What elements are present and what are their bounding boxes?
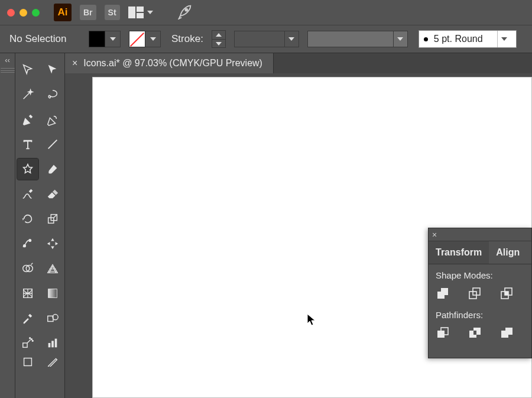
selection-status: No Selection bbox=[9, 33, 80, 45]
artboard-tool[interactable] bbox=[17, 357, 38, 367]
collapse-chevrons-icon: ‹‹ bbox=[5, 56, 10, 64]
brush-definition-dropdown[interactable] bbox=[307, 31, 408, 47]
chevron-down-icon bbox=[501, 37, 507, 41]
blend-tool[interactable] bbox=[42, 308, 63, 329]
svg-line-4 bbox=[48, 140, 57, 149]
svg-rect-22 bbox=[24, 358, 31, 366]
svg-point-17 bbox=[32, 340, 33, 341]
pathfinder-merge-button[interactable] bbox=[499, 326, 516, 340]
star-tool[interactable] bbox=[17, 158, 38, 180]
svg-rect-15 bbox=[22, 343, 27, 347]
pen-tool[interactable] bbox=[17, 109, 38, 130]
document-tab-bar: × Icons.ai* @ 97.03% (CMYK/GPU Preview) bbox=[65, 53, 532, 73]
symbol-sprayer-tool[interactable] bbox=[17, 332, 38, 354]
rotate-tool[interactable] bbox=[17, 208, 38, 229]
window-maximize-button[interactable] bbox=[32, 9, 40, 17]
paintbrush-tool[interactable] bbox=[42, 158, 63, 180]
fill-swatch[interactable] bbox=[89, 31, 105, 47]
stock-link[interactable]: St bbox=[105, 5, 120, 20]
app-bar: Ai Br St bbox=[0, 0, 532, 25]
pathfinders-row bbox=[436, 326, 524, 340]
brush-preset-dropdown[interactable]: 5 pt. Round bbox=[419, 30, 517, 48]
svg-rect-21 bbox=[54, 339, 57, 348]
svg-rect-20 bbox=[51, 341, 54, 347]
svg-point-7 bbox=[23, 245, 25, 247]
direct-selection-tool[interactable] bbox=[42, 59, 63, 80]
stroke-weight-up[interactable] bbox=[212, 31, 225, 39]
width-tool[interactable] bbox=[17, 233, 38, 254]
eyedropper-tool[interactable] bbox=[17, 308, 38, 329]
perspective-grid-tool[interactable] bbox=[42, 258, 63, 279]
gutter-grip-icon bbox=[1, 68, 15, 73]
svg-point-18 bbox=[29, 338, 30, 339]
svg-rect-0 bbox=[128, 7, 135, 18]
document-tab-title: Icons.ai* @ 97.03% (CMYK/GPU Preview) bbox=[83, 58, 262, 69]
bridge-link[interactable]: Br bbox=[80, 5, 96, 20]
svg-rect-2 bbox=[137, 13, 144, 18]
shape-unite-button[interactable] bbox=[436, 286, 452, 300]
close-tab-icon[interactable]: × bbox=[72, 58, 77, 69]
mouse-cursor-icon bbox=[306, 313, 317, 326]
svg-rect-12 bbox=[48, 289, 57, 298]
stroke-dropdown[interactable] bbox=[145, 31, 161, 47]
arrange-documents-button[interactable] bbox=[128, 7, 153, 18]
gradient-tool[interactable] bbox=[42, 283, 63, 304]
tool-palette bbox=[15, 53, 65, 398]
tab-align[interactable]: Align bbox=[489, 241, 527, 264]
chevron-down-icon bbox=[288, 37, 294, 41]
panel-body: Shape Modes: Pathfinders: bbox=[429, 264, 531, 358]
stroke-weight-down[interactable] bbox=[212, 39, 225, 47]
shape-intersect-button[interactable] bbox=[499, 286, 516, 300]
column-graph-tool[interactable] bbox=[42, 332, 63, 354]
eraser-tool[interactable] bbox=[42, 183, 63, 205]
document-tab[interactable]: × Icons.ai* @ 97.03% (CMYK/GPU Preview) bbox=[65, 53, 274, 73]
panel-close-icon[interactable]: × bbox=[432, 230, 437, 240]
pathfinder-panel[interactable]: × Transform Align Shape Modes: Pathfinde… bbox=[428, 228, 532, 358]
panel-tabs: Transform Align bbox=[429, 241, 531, 264]
mesh-tool[interactable] bbox=[17, 283, 38, 304]
svg-rect-19 bbox=[48, 343, 50, 347]
free-transform-tool[interactable] bbox=[42, 233, 63, 254]
shape-modes-heading: Shape Modes: bbox=[436, 270, 524, 280]
brush-dot-icon bbox=[424, 37, 428, 41]
chevron-down-icon bbox=[397, 37, 403, 41]
chevron-down-icon bbox=[110, 37, 116, 41]
panel-collapse-gutter[interactable]: ‹‹ bbox=[0, 53, 15, 398]
window-minimize-button[interactable] bbox=[20, 9, 27, 17]
variable-width-profile-dropdown[interactable] bbox=[234, 31, 299, 47]
svg-rect-27 bbox=[505, 292, 508, 295]
gpu-rocket-icon[interactable] bbox=[177, 3, 193, 22]
chevron-down-icon bbox=[147, 11, 153, 14]
magic-wand-tool[interactable] bbox=[17, 84, 38, 105]
svg-rect-1 bbox=[137, 7, 144, 12]
pathfinder-trim-button[interactable] bbox=[468, 326, 484, 340]
curvature-tool[interactable] bbox=[42, 109, 63, 130]
shape-minus-front-button[interactable] bbox=[468, 286, 484, 300]
chevron-down-icon bbox=[150, 37, 156, 41]
svg-point-8 bbox=[28, 240, 31, 242]
shape-builder-tool[interactable] bbox=[17, 258, 38, 279]
stroke-swatch-none[interactable] bbox=[129, 31, 145, 47]
line-segment-tool[interactable] bbox=[42, 134, 63, 155]
chevron-down-icon bbox=[216, 42, 222, 46]
brush-preset-label: 5 pt. Round bbox=[434, 34, 483, 44]
svg-rect-34 bbox=[505, 328, 512, 335]
pathfinder-divide-button[interactable] bbox=[436, 326, 452, 340]
svg-point-16 bbox=[31, 339, 32, 340]
shaper-tool[interactable] bbox=[17, 183, 38, 205]
control-bar: No Selection Stroke: 5 pt. Round bbox=[0, 25, 532, 53]
svg-point-3 bbox=[185, 9, 187, 11]
type-tool[interactable] bbox=[17, 134, 38, 155]
scale-tool[interactable] bbox=[42, 208, 63, 229]
fill-swatch-combo[interactable] bbox=[89, 31, 121, 47]
window-close-button[interactable] bbox=[7, 9, 15, 17]
stroke-swatch-combo[interactable] bbox=[129, 31, 161, 47]
window-controls bbox=[7, 9, 40, 17]
fill-dropdown[interactable] bbox=[105, 31, 121, 47]
lasso-tool[interactable] bbox=[42, 84, 63, 105]
slice-tool[interactable] bbox=[42, 357, 63, 367]
tab-transform[interactable]: Transform bbox=[429, 241, 489, 264]
stroke-weight-stepper[interactable] bbox=[212, 30, 226, 48]
panel-titlebar[interactable]: × bbox=[429, 228, 531, 241]
selection-tool[interactable] bbox=[17, 59, 38, 80]
